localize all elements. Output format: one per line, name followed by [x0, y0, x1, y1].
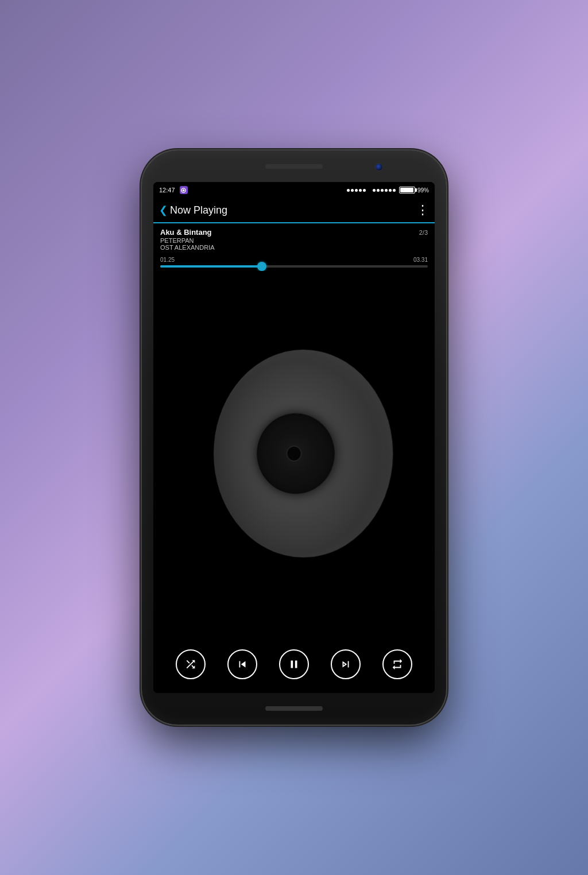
disc-hole — [287, 445, 302, 461]
speaker-bottom — [265, 706, 323, 711]
next-icon — [339, 658, 352, 671]
seek-thumb[interactable] — [257, 262, 266, 271]
menu-button[interactable]: ⋮ — [416, 204, 429, 216]
status-bar: 12:47 — [153, 182, 435, 198]
music-app-icon — [180, 186, 188, 194]
battery-percent: 99% — [417, 187, 429, 193]
phone-device: 12:47 — [142, 150, 446, 725]
pause-icon — [288, 658, 300, 671]
signal-bars-2 — [373, 189, 396, 192]
disc-outer — [214, 338, 393, 569]
phone-screen: 12:47 — [153, 182, 435, 693]
disc-inner — [257, 411, 335, 495]
track-album: OST ALEXANDRIA — [160, 244, 428, 251]
controls-bar — [153, 636, 435, 693]
prev-icon — [236, 658, 249, 671]
prev-button[interactable] — [227, 649, 257, 679]
shuffle-button[interactable] — [176, 649, 206, 679]
seek-progress — [160, 265, 262, 268]
status-right: 99% — [347, 187, 429, 193]
track-title: Aku & Bintang — [160, 228, 212, 237]
track-info: Aku & Bintang 2/3 PETERPAN OST ALEXANDRI… — [153, 223, 435, 253]
current-time: 01.25 — [160, 257, 175, 263]
play-pause-button[interactable] — [279, 649, 309, 679]
album-art-area — [153, 271, 435, 636]
seek-track[interactable] — [160, 265, 428, 268]
battery-icon — [399, 187, 415, 193]
track-count: 2/3 — [419, 229, 428, 236]
svg-point-1 — [183, 189, 185, 191]
shuffle-icon — [184, 658, 197, 671]
repeat-icon — [391, 658, 404, 671]
app-bar: ❮ Now Playing ⋮ — [153, 198, 435, 223]
signal-bars — [347, 189, 366, 192]
app-title: Now Playing — [170, 204, 416, 216]
track-artist: PETERPAN — [160, 237, 428, 244]
back-button[interactable]: ❮ — [159, 204, 168, 216]
status-time: 12:47 — [159, 187, 175, 193]
repeat-button[interactable] — [382, 649, 412, 679]
seek-times: 01.25 03.31 — [160, 257, 428, 263]
front-camera — [375, 163, 383, 171]
next-button[interactable] — [331, 649, 361, 679]
seek-bar[interactable]: 01.25 03.31 — [153, 253, 435, 271]
total-time: 03.31 — [413, 257, 428, 263]
speaker-top — [265, 164, 323, 169]
